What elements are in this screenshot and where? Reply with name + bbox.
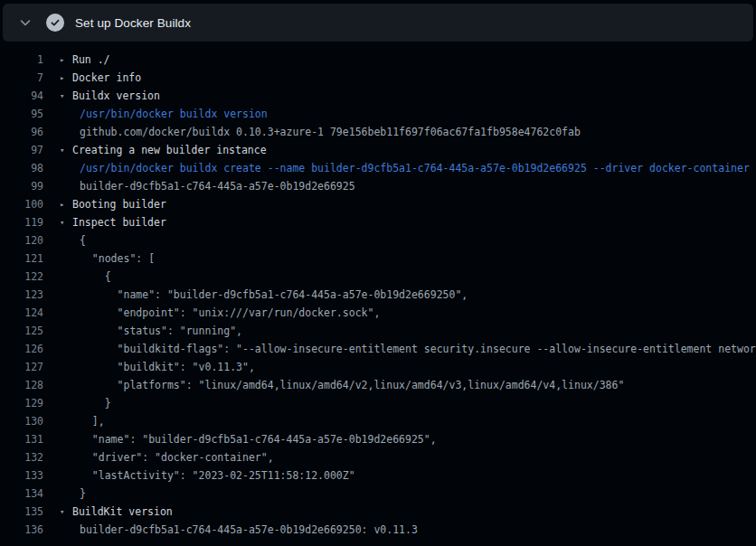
log-text: github.com/docker/buildx 0.10.3+azure-1 … bbox=[80, 123, 581, 141]
log-text: Inspect builder bbox=[72, 213, 166, 231]
log-group-row[interactable]: 7▸Docker info bbox=[0, 69, 756, 87]
triangle-down-icon[interactable]: ▾ bbox=[60, 213, 71, 231]
log-group-row[interactable]: 97▾Creating a new builder instance bbox=[0, 141, 756, 159]
line-number[interactable]: 122 bbox=[0, 268, 43, 286]
log-text: "name": "builder-d9cfb5a1-c764-445a-a57e… bbox=[80, 430, 437, 448]
line-number[interactable]: 100 bbox=[0, 195, 43, 213]
log-group-row[interactable]: 1▸Run ./ bbox=[0, 51, 756, 69]
log-text: /usr/bin/docker buildx version bbox=[80, 105, 268, 123]
line-number[interactable]: 127 bbox=[0, 358, 43, 376]
log-text: "driver": "docker-container", bbox=[80, 448, 274, 466]
line-number[interactable]: 98 bbox=[0, 159, 43, 177]
line-number[interactable]: 125 bbox=[0, 322, 43, 340]
log-text: "endpoint": "unix:///var/run/docker.sock… bbox=[80, 304, 380, 322]
log-text: Buildx version bbox=[72, 87, 160, 105]
step-title: Set up Docker Buildx bbox=[75, 16, 191, 30]
log-text: "lastActivity": "2023-02-25T11:58:12.000… bbox=[80, 466, 355, 485]
line-number[interactable]: 95 bbox=[0, 105, 43, 123]
log-text: { bbox=[80, 231, 86, 249]
line-number[interactable]: 126 bbox=[0, 340, 43, 358]
line-number[interactable]: 120 bbox=[0, 231, 43, 249]
check-circle-icon bbox=[46, 14, 64, 32]
step-header[interactable]: Set up Docker Buildx bbox=[3, 4, 753, 42]
log-row: 99builder-d9cfb5a1-c764-445a-a57e-0b19d2… bbox=[0, 177, 756, 195]
line-number[interactable]: 131 bbox=[0, 430, 43, 448]
log-row: 133 "lastActivity": "2023-02-25T11:58:12… bbox=[0, 466, 756, 485]
log-row: 95/usr/bin/docker buildx version bbox=[0, 105, 756, 123]
log-row: 130 ], bbox=[0, 412, 756, 430]
log-text: Run ./ bbox=[72, 51, 110, 69]
line-number[interactable]: 121 bbox=[0, 249, 43, 268]
line-number[interactable]: 94 bbox=[0, 87, 43, 105]
log-row: 121 "nodes": [ bbox=[0, 249, 756, 268]
line-number[interactable]: 132 bbox=[0, 448, 43, 466]
log-row: 123 "name": "builder-d9cfb5a1-c764-445a-… bbox=[0, 286, 756, 304]
line-number[interactable]: 134 bbox=[0, 485, 43, 503]
log-row: 122 { bbox=[0, 268, 756, 286]
line-number[interactable]: 119 bbox=[0, 213, 43, 231]
log-text: BuildKit version bbox=[72, 503, 173, 521]
line-number[interactable]: 1 bbox=[0, 51, 43, 69]
log-group-row[interactable]: 135▾BuildKit version bbox=[0, 503, 756, 521]
line-number[interactable]: 97 bbox=[0, 141, 43, 159]
log-text: "name": "builder-d9cfb5a1-c764-445a-a57e… bbox=[80, 286, 468, 304]
log-row: 98/usr/bin/docker buildx create --name b… bbox=[0, 159, 756, 177]
log-row: 125 "status": "running", bbox=[0, 322, 756, 340]
log-text: "status": "running", bbox=[80, 322, 242, 340]
line-number[interactable]: 124 bbox=[0, 304, 43, 322]
log-text: Creating a new builder instance bbox=[72, 141, 267, 159]
log-text: builder-d9cfb5a1-c764-445a-a57e-0b19d2e6… bbox=[80, 177, 355, 195]
log-text: { bbox=[80, 268, 111, 286]
log-text: builder-d9cfb5a1-c764-445a-a57e-0b19d2e6… bbox=[80, 521, 418, 539]
log-row: 132 "driver": "docker-container", bbox=[0, 448, 756, 466]
triangle-down-icon[interactable]: ▾ bbox=[60, 141, 71, 159]
log-group-row[interactable]: 119▾Inspect builder bbox=[0, 213, 756, 231]
log-text: "nodes": [ bbox=[80, 249, 155, 268]
line-number[interactable]: 7 bbox=[0, 69, 43, 87]
line-number[interactable]: 99 bbox=[0, 177, 43, 195]
log-text: /usr/bin/docker buildx create --name bui… bbox=[80, 159, 750, 177]
line-number[interactable]: 128 bbox=[0, 376, 43, 394]
triangle-right-icon[interactable]: ▸ bbox=[60, 195, 71, 213]
triangle-down-icon[interactable]: ▾ bbox=[60, 87, 71, 105]
log-text: ], bbox=[80, 412, 105, 430]
log-row: 120{ bbox=[0, 231, 756, 249]
triangle-right-icon[interactable]: ▸ bbox=[60, 69, 71, 87]
log-row: 128 "platforms": "linux/amd64,linux/amd6… bbox=[0, 376, 756, 394]
log-text: "platforms": "linux/amd64,linux/amd64/v2… bbox=[80, 376, 624, 394]
line-number[interactable]: 123 bbox=[0, 286, 43, 304]
log-row: 126 "buildkitd-flags": "--allow-insecure… bbox=[0, 340, 756, 358]
log-container: 1▸Run ./7▸Docker info94▾Buildx version95… bbox=[0, 42, 756, 539]
log-row: 127 "buildkit": "v0.11.3", bbox=[0, 358, 756, 376]
chevron-down-icon[interactable] bbox=[19, 16, 32, 29]
line-number[interactable]: 136 bbox=[0, 521, 43, 539]
line-number[interactable]: 96 bbox=[0, 123, 43, 141]
triangle-right-icon[interactable]: ▸ bbox=[60, 51, 71, 69]
line-number[interactable]: 130 bbox=[0, 412, 43, 430]
log-text: Booting builder bbox=[72, 195, 166, 213]
log-text: "buildkit": "v0.11.3", bbox=[80, 358, 255, 376]
line-number[interactable]: 135 bbox=[0, 503, 43, 521]
log-text: } bbox=[80, 394, 111, 412]
log-group-row[interactable]: 100▸Booting builder bbox=[0, 195, 756, 213]
log-row: 131 "name": "builder-d9cfb5a1-c764-445a-… bbox=[0, 430, 756, 448]
log-group-row[interactable]: 94▾Buildx version bbox=[0, 87, 756, 105]
log-row: 96github.com/docker/buildx 0.10.3+azure-… bbox=[0, 123, 756, 141]
log-text: "buildkitd-flags": "--allow-insecure-ent… bbox=[80, 340, 756, 358]
log-row: 134} bbox=[0, 485, 756, 503]
log-row: 124 "endpoint": "unix:///var/run/docker.… bbox=[0, 304, 756, 322]
log-text: Docker info bbox=[72, 69, 141, 87]
log-row: 136builder-d9cfb5a1-c764-445a-a57e-0b19d… bbox=[0, 521, 756, 539]
triangle-down-icon[interactable]: ▾ bbox=[60, 503, 71, 521]
log-text: } bbox=[80, 485, 86, 503]
log-row: 129 } bbox=[0, 394, 756, 412]
line-number[interactable]: 129 bbox=[0, 394, 43, 412]
line-number[interactable]: 133 bbox=[0, 466, 43, 485]
